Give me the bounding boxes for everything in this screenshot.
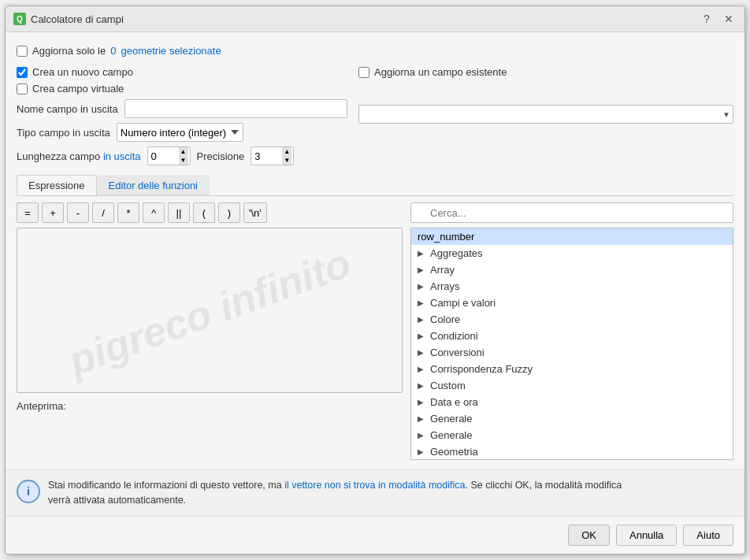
arrow-icon-corrispondenza-fuzzy: ▶: [418, 365, 424, 373]
field-length-up[interactable]: ▲: [179, 147, 188, 156]
func-label-aggregates: Aggregates: [430, 247, 483, 259]
expression-textarea[interactable]: [17, 228, 403, 393]
title-bar: Q Calcolatore di campi ? ✕: [6, 6, 744, 32]
func-item-colore[interactable]: ▶ Colore: [411, 311, 733, 328]
op-plus[interactable]: +: [42, 202, 64, 223]
op-minus[interactable]: -: [67, 202, 89, 223]
op-multiply[interactable]: *: [117, 202, 139, 223]
main-area: = + - / * ^ || ( ) '\n' pigreco infinito…: [17, 202, 733, 460]
arrow-icon-condizioni: ▶: [418, 332, 424, 340]
func-label-data-ora: Data e ora: [430, 396, 478, 408]
info-text: Stai modificando le informazioni di ques…: [48, 478, 622, 508]
arrow-icon-data-ora: ▶: [418, 398, 424, 406]
close-title-button[interactable]: ✕: [721, 11, 737, 27]
info-bar: i Stai modificando le informazioni di qu…: [6, 469, 744, 516]
func-item-campi-valori[interactable]: ▶ Campi e valori: [411, 295, 733, 311]
func-item-array[interactable]: ▶ Array: [411, 261, 733, 278]
precision-input[interactable]: [254, 150, 282, 162]
new-field-checkbox[interactable]: [17, 67, 28, 78]
field-type-label: Tipo campo in uscita: [17, 127, 110, 139]
update-selected-label1: Aggiorna solo le: [32, 45, 106, 57]
existing-field-row: Aggiorna un campo esistente: [358, 66, 733, 78]
tab-function-editor[interactable]: Editor delle funzioni: [97, 175, 210, 195]
search-wrapper: 🔍: [410, 202, 733, 223]
functions-list[interactable]: row_number ▶ Aggregates ▶ Array ▶ Arrays: [410, 228, 733, 460]
func-label-campi-valori: Campi e valori: [430, 297, 496, 309]
func-item-row-number[interactable]: row_number: [411, 228, 733, 245]
func-label-generale2: Generale: [430, 429, 472, 441]
field-type-select[interactable]: Numero intero (integer) Testo (string) N…: [117, 123, 243, 142]
field-length-spinbox: ▲ ▼: [147, 146, 191, 165]
func-label-array: Array: [430, 264, 455, 276]
info-icon: i: [17, 480, 40, 503]
dialog-window: Q Calcolatore di campi ? ✕ Aggiorna solo…: [5, 6, 745, 554]
existing-field-checkbox[interactable]: [358, 67, 369, 78]
op-divide[interactable]: /: [92, 202, 114, 223]
functions-panel: 🔍 row_number ▶ Aggregates ▶ Array: [410, 202, 733, 460]
op-caret[interactable]: ^: [143, 202, 165, 223]
func-label-custom: Custom: [430, 380, 466, 391]
func-label-arrays: Arrays: [430, 280, 460, 292]
func-item-conversioni[interactable]: ▶ Conversioni: [411, 344, 733, 361]
func-item-generale2[interactable]: ▶ Generale: [411, 427, 733, 443]
arrow-icon-colore: ▶: [418, 315, 424, 324]
top-checkbox-row: Aggiorna solo le 0 geometrie selezionate: [17, 42, 733, 60]
new-field-row: Crea un nuovo campo: [17, 66, 347, 78]
ok-button[interactable]: OK: [568, 525, 610, 546]
arrow-icon-custom: ▶: [418, 381, 424, 390]
op-close-paren[interactable]: ): [218, 202, 240, 223]
precision-up[interactable]: ▲: [282, 147, 291, 156]
virtual-field-row: Crea campo virtuale: [17, 83, 347, 95]
precision-spinbox: ▲ ▼: [251, 146, 294, 165]
func-label-condizioni: Condizioni: [430, 330, 478, 342]
tab-expression[interactable]: Espressione: [17, 175, 97, 195]
field-length-label: Lunghezza campo in uscita: [17, 150, 141, 162]
virtual-field-checkbox[interactable]: [17, 83, 28, 95]
left-panel: Crea un nuovo campo Crea campo virtuale …: [17, 66, 347, 165]
existing-field-label: Aggiorna un campo esistente: [374, 66, 507, 78]
func-item-corrispondenza-fuzzy[interactable]: ▶ Corrispondenza Fuzzy: [411, 361, 733, 377]
help-title-button[interactable]: ?: [699, 11, 715, 27]
tabs-row: Espressione Editor delle funzioni: [17, 175, 733, 196]
func-item-generale1[interactable]: ▶ Generale: [411, 410, 733, 427]
update-selected-checkbox[interactable]: [17, 46, 28, 57]
field-length-input[interactable]: [151, 150, 179, 162]
arrow-icon-generale1: ▶: [418, 414, 424, 423]
arrow-icon-campi-valori: ▶: [418, 299, 424, 307]
app-icon: Q: [13, 13, 26, 25]
op-open-paren[interactable]: (: [193, 202, 215, 223]
dialog-footer: OK Annulla Aiuto: [6, 516, 744, 554]
func-label-corrispondenza-fuzzy: Corrispondenza Fuzzy: [430, 363, 533, 375]
func-item-geometria[interactable]: ▶ Geometria: [411, 443, 733, 460]
field-type-row: Tipo campo in uscita Numero intero (inte…: [17, 123, 347, 142]
func-item-custom[interactable]: ▶ Custom: [411, 377, 733, 394]
arrow-icon-conversioni: ▶: [418, 348, 424, 357]
arrow-icon-aggregates: ▶: [418, 249, 424, 258]
func-item-condizioni[interactable]: ▶ Condizioni: [411, 328, 733, 344]
field-name-input[interactable]: [124, 99, 347, 118]
func-item-aggregates[interactable]: ▶ Aggregates: [411, 245, 733, 261]
arrow-icon-arrays: ▶: [418, 282, 424, 291]
function-search-input[interactable]: [410, 202, 733, 223]
virtual-field-label: Crea campo virtuale: [32, 83, 124, 95]
field-length-row: Lunghezza campo in uscita ▲ ▼ Precisione: [17, 146, 347, 165]
func-item-data-ora[interactable]: ▶ Data e ora: [411, 394, 733, 410]
field-length-down[interactable]: ▼: [179, 156, 188, 165]
op-or[interactable]: ||: [168, 202, 190, 223]
field-length-arrows: ▲ ▼: [179, 147, 188, 165]
section-top: Crea un nuovo campo Crea campo virtuale …: [17, 66, 733, 165]
op-newline[interactable]: '\n': [243, 202, 267, 223]
precision-down[interactable]: ▼: [282, 156, 291, 165]
cancel-button[interactable]: Annulla: [616, 525, 677, 546]
title-bar-controls: ? ✕: [699, 11, 737, 27]
update-selected-row: Aggiorna solo le 0 geometrie selezionate: [17, 45, 221, 57]
right-panel: Aggiorna un campo esistente ▼: [358, 66, 733, 165]
update-selected-count: 0: [110, 45, 116, 57]
op-equal[interactable]: =: [17, 202, 39, 223]
existing-field-select[interactable]: [358, 105, 733, 124]
func-label-row-number: row_number: [418, 231, 474, 243]
arrow-icon-generale2: ▶: [418, 431, 424, 439]
dialog-body: Aggiorna solo le 0 geometrie selezionate…: [6, 32, 744, 469]
func-item-arrays[interactable]: ▶ Arrays: [411, 278, 733, 295]
help-button[interactable]: Aiuto: [683, 525, 733, 546]
